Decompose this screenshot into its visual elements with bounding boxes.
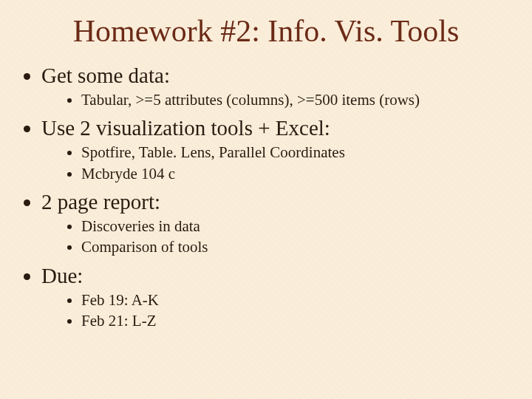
section-label: Due: [41, 264, 83, 287]
list-item: Feb 21: L-Z [81, 310, 514, 331]
list-item: Comparison of tools [81, 236, 514, 257]
sub-list: Discoveries in data Comparison of tools [41, 216, 514, 258]
list-item: Discoveries in data [81, 216, 514, 236]
section-due: Due: Feb 19: A-K Feb 21: L-Z [41, 264, 514, 332]
list-item: Spotfire, Table. Lens, Parallel Coordina… [81, 142, 514, 163]
section-label: Get some data: [41, 64, 170, 87]
section-label: 2 page report: [41, 190, 160, 214]
sub-list: Spotfire, Table. Lens, Parallel Coordina… [41, 142, 514, 184]
sub-list: Feb 19: A-K Feb 21: L-Z [41, 290, 514, 332]
section-get-data: Get some data: Tabular, >=5 attributes (… [41, 64, 514, 110]
list-item: Feb 19: A-K [81, 290, 514, 310]
section-report: 2 page report: Discoveries in data Compa… [41, 190, 514, 258]
section-label: Use 2 visualization tools + Excel: [41, 116, 330, 140]
slide-title: Homework #2: Info. Vis. Tools [18, 13, 514, 49]
list-item: Mcbryde 104 c [81, 163, 514, 184]
bullet-list: Get some data: Tabular, >=5 attributes (… [18, 64, 514, 331]
sub-list: Tabular, >=5 attributes (columns), >=500… [41, 89, 514, 110]
section-vis-tools: Use 2 visualization tools + Excel: Spotf… [41, 116, 514, 184]
list-item: Tabular, >=5 attributes (columns), >=500… [81, 89, 514, 110]
